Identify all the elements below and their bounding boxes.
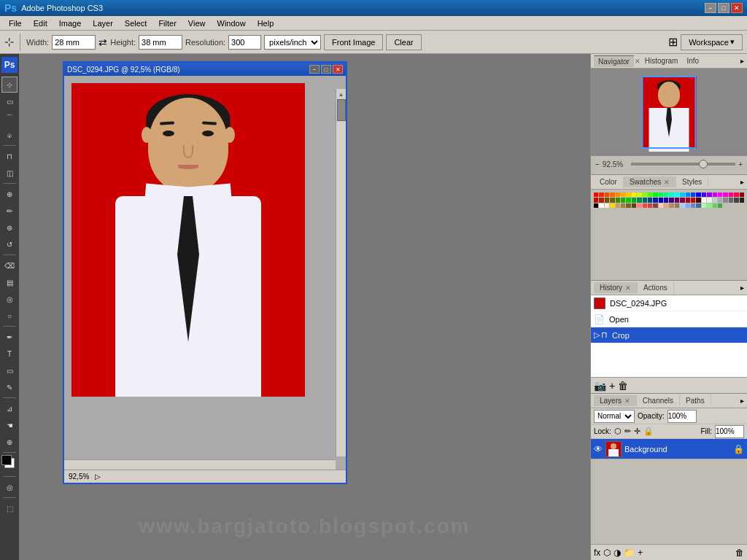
move-tool[interactable]: ⊹ — [1, 77, 18, 93]
layer-item-background[interactable]: 👁 Background 🔒 — [591, 439, 747, 459]
foreground-color[interactable] — [1, 455, 12, 465]
color-swatch[interactable] — [659, 192, 663, 197]
color-swatch[interactable] — [713, 192, 717, 197]
color-swatch[interactable] — [718, 198, 722, 202]
color-swatch[interactable] — [659, 203, 663, 208]
eyedropper-tool[interactable]: ⊿ — [1, 400, 18, 416]
color-swatch[interactable] — [653, 192, 657, 197]
color-swatch[interactable] — [632, 192, 636, 197]
gradient-tool[interactable]: ▤ — [1, 274, 18, 290]
close-history-tab[interactable]: ✕ — [625, 284, 631, 292]
doc-maximize-button[interactable]: □ — [321, 65, 331, 74]
panel-menu-icon[interactable]: ▸ — [740, 57, 744, 65]
fill-input[interactable] — [715, 425, 744, 438]
color-swatch[interactable] — [653, 198, 657, 202]
color-swatch[interactable] — [643, 198, 647, 202]
color-swatch[interactable] — [616, 203, 620, 208]
doc-close-button[interactable]: ✕ — [333, 65, 343, 74]
color-swatch[interactable] — [686, 203, 690, 208]
zoom-in-icon[interactable]: + — [738, 160, 743, 168]
height-input[interactable] — [139, 35, 182, 50]
color-swatch[interactable] — [680, 198, 684, 202]
menu-select[interactable]: Select — [119, 18, 153, 29]
doc-minimize-button[interactable]: − — [309, 65, 320, 74]
menu-view[interactable]: View — [182, 18, 212, 29]
color-swatch[interactable] — [643, 203, 647, 208]
zoom-slider[interactable] — [631, 163, 735, 166]
vertical-scrollbar[interactable]: ▲ — [336, 89, 346, 456]
layer-fx-icon[interactable]: fx — [594, 548, 600, 558]
close-navigator-tab[interactable]: ✕ — [635, 58, 640, 65]
blend-mode-select[interactable]: Normal Multiply Screen — [594, 410, 635, 423]
blur-tool[interactable]: ◎ — [1, 291, 18, 307]
menu-filter[interactable]: Filter — [152, 18, 182, 29]
color-swatch[interactable] — [669, 198, 673, 202]
color-swatch[interactable] — [707, 192, 711, 197]
color-swatch[interactable] — [691, 203, 695, 208]
tab-histogram[interactable]: Histogram — [640, 55, 683, 66]
quick-mask-tool[interactable]: ◎ — [1, 479, 18, 495]
color-swatch[interactable] — [675, 198, 679, 202]
hand-tool[interactable]: ☚ — [1, 417, 18, 433]
color-swatch[interactable] — [626, 192, 630, 197]
color-swatch[interactable] — [599, 198, 603, 202]
front-image-button[interactable]: Front Image — [324, 34, 383, 50]
color-swatch[interactable] — [696, 198, 700, 202]
color-swatch[interactable] — [675, 192, 679, 197]
tab-info[interactable]: Info — [682, 55, 703, 66]
color-swatch[interactable] — [653, 203, 657, 208]
tab-channels[interactable]: Channels — [637, 395, 680, 406]
color-swatch[interactable] — [702, 203, 706, 208]
close-button[interactable]: ✕ — [731, 3, 743, 13]
color-swatch[interactable] — [669, 203, 673, 208]
color-swatch[interactable] — [691, 192, 695, 197]
history-item-crop[interactable]: ▷ ⊓ Crop — [591, 327, 747, 343]
color-swatch[interactable] — [621, 198, 625, 202]
scroll-up-arrow[interactable]: ▲ — [336, 89, 346, 99]
color-swatch[interactable] — [718, 203, 722, 208]
color-swatch[interactable] — [648, 192, 652, 197]
color-swatch[interactable] — [707, 203, 711, 208]
color-swatch[interactable] — [610, 203, 614, 208]
lock-all-icon[interactable]: 🔒 — [643, 427, 654, 436]
tab-actions[interactable]: Actions — [638, 282, 674, 293]
color-swatch[interactable] — [599, 203, 603, 208]
tab-color[interactable]: Color — [594, 176, 624, 187]
color-swatch[interactable] — [702, 198, 706, 202]
menu-help[interactable]: Help — [252, 18, 280, 29]
color-swatch[interactable] — [702, 192, 706, 197]
menu-window[interactable]: Window — [212, 18, 252, 29]
color-swatch[interactable] — [713, 203, 717, 208]
color-swatch[interactable] — [621, 203, 625, 208]
color-swatch[interactable] — [734, 192, 738, 197]
color-swatch[interactable] — [594, 198, 598, 202]
color-swatch[interactable] — [659, 198, 663, 202]
color-swatch[interactable] — [648, 198, 652, 202]
slice-tool[interactable]: ◫ — [1, 165, 18, 181]
color-swatch[interactable] — [707, 198, 711, 202]
color-swatch[interactable] — [664, 198, 668, 202]
history-brush-tool[interactable]: ↺ — [1, 236, 18, 252]
horizontal-scrollbar[interactable] — [64, 459, 336, 470]
notes-tool[interactable]: ✎ — [1, 379, 18, 395]
magic-wand-tool[interactable]: ⍟ — [1, 127, 18, 143]
color-swatch[interactable] — [723, 192, 727, 197]
color-swatch[interactable] — [594, 203, 598, 208]
color-swatch[interactable] — [632, 198, 636, 202]
resolution-unit-select[interactable]: pixels/inch pixels/cm — [264, 35, 321, 50]
dodge-tool[interactable]: ○ — [1, 308, 18, 324]
color-swatch[interactable] — [648, 203, 652, 208]
color-swatch[interactable] — [669, 192, 673, 197]
create-document-icon[interactable]: + — [609, 380, 615, 392]
color-swatch[interactable] — [605, 203, 609, 208]
color-swatches[interactable] — [1, 455, 18, 474]
new-layer-icon[interactable]: + — [638, 548, 643, 558]
marquee-tool[interactable]: ▭ — [1, 93, 18, 109]
width-input[interactable] — [52, 35, 96, 50]
stamp-tool[interactable]: ⊛ — [1, 219, 18, 236]
clear-button[interactable]: Clear — [386, 34, 421, 50]
lock-position-icon[interactable]: ✛ — [634, 427, 640, 436]
delete-state-icon[interactable]: 🗑 — [618, 380, 628, 392]
workspace-button[interactable]: Workspace ▾ — [681, 34, 743, 50]
color-swatch[interactable] — [718, 192, 722, 197]
